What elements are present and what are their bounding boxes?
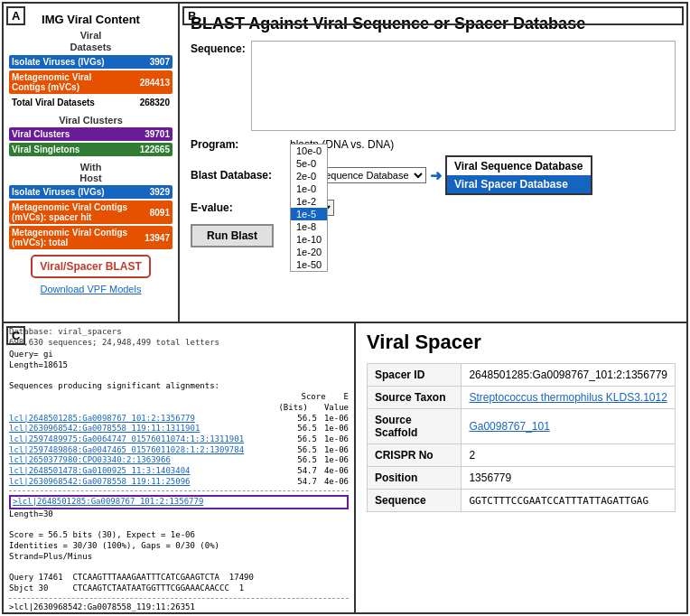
source-scaffold-link[interactable]: Ga0098767_101 — [469, 420, 549, 433]
query-label: Query= gi — [9, 350, 349, 360]
spacer-id-row: Spacer ID 2648501285:Ga0098767_101:2:135… — [368, 364, 676, 387]
run-blast-button[interactable]: Run Blast — [191, 224, 274, 247]
evalue-opt-1e20[interactable]: 1e-20 — [291, 246, 327, 258]
hit-score-2: 56.5 — [297, 424, 317, 434]
hit-evalue-5: 1e-06 — [324, 455, 349, 466]
hit-id-5[interactable]: lcl|2650377980:CPO03340:2:1363966 — [9, 455, 171, 466]
total-value: 268320 — [140, 98, 170, 107]
divider-2 — [9, 598, 349, 599]
highlighted-hit: >lcl|2648501285:Ga0098767_101:2:1356779 — [9, 495, 349, 509]
evalue-opt-2e0[interactable]: 2e-0 — [291, 170, 327, 182]
db-line: Database: viral_spacers — [9, 327, 122, 336]
hit-id-1[interactable]: lcl|2648501285:Ga0098767_101:2:1356779 — [9, 414, 195, 425]
db-dropdown: Viral Sequence Database Viral Spacer Dat… — [445, 155, 592, 195]
hit-row-5: lcl|2650377980:CPO03340:2:1363966 56.5 1… — [9, 455, 349, 466]
hit-evalue-7: 4e-06 — [324, 477, 349, 488]
hit-length: Length=30 — [9, 509, 349, 520]
panel-a: A IMG Viral Content ViralDatasets Isolat… — [4, 4, 180, 322]
download-vpf-link[interactable]: Download VPF Models — [9, 284, 172, 294]
viral-spacer-title: Viral Spacer — [367, 331, 676, 354]
viral-clusters-row: Viral Clusters 39701 — [9, 127, 172, 141]
blast-db-label: Blast Database: — [191, 169, 290, 182]
evalue-col-label: E — [344, 392, 349, 403]
hit-score-1: 56.5 — [297, 414, 317, 425]
score-detail: Score = 56.5 bits (30), Expect = 1e-06 — [9, 530, 349, 541]
sequence-area: Sequence: — [191, 41, 676, 131]
panel-a-label: A — [6, 6, 25, 25]
panel-a-title: IMG Viral Content — [9, 13, 172, 26]
hit-score-7: 54.7 — [297, 477, 317, 488]
mvc-total-label: Metagenomic Viral Contigs(mVCs): total — [12, 228, 127, 247]
hit-id-3[interactable]: lcl|2597489975:Ga0064747_01576011074:1:3… — [9, 434, 244, 445]
position-row: Position 1356779 — [368, 467, 676, 490]
db-dropdown-option-1[interactable]: Viral Sequence Database — [447, 157, 591, 175]
hit-id-6[interactable]: lcl|2648501478:Ga0100925_11:3:1403404 — [9, 466, 190, 477]
sig-aligns-label: Sequences producing significant alignmen… — [9, 381, 349, 392]
mvc-spacer-row: Metagenomic Viral Contigs(mVCs): spacer … — [9, 201, 172, 224]
bits-header: (Bits) Value — [9, 403, 349, 414]
hit-evalue-2: 1e-06 — [324, 424, 349, 434]
source-scaffold-label: Source Scaffold — [368, 409, 462, 444]
viral-clusters-value: 39701 — [145, 129, 170, 139]
score-col-label: Score — [301, 392, 325, 403]
viral-singletons-value: 122665 — [140, 145, 170, 154]
db-arrow-icon: ➜ — [430, 167, 442, 184]
hit-score-6: 54.7 — [297, 466, 317, 477]
db-header-line: Database: viral_spacers 698,630 sequence… — [9, 327, 349, 348]
strand: Strand=Plus/Minus — [9, 552, 349, 563]
hit-id-7[interactable]: lcl|2630968542:Ga0078558_119:11:25096 — [9, 477, 190, 488]
source-scaffold-row: Source Scaffold Ga0098767_101 — [368, 409, 676, 444]
mvc-spacer-value: 8091 — [150, 208, 170, 218]
sbjct-end: 1 — [239, 583, 244, 593]
db-dropdown-option-2[interactable]: Viral Spacer Database — [447, 175, 591, 193]
evalue-opt-1e0[interactable]: 1e-0 — [291, 182, 327, 195]
hit-row-4: lcl|2597489868:Ga0047465_01576011028:1:2… — [9, 445, 349, 456]
evalue-opt-1e2[interactable]: 1e-2 — [291, 195, 327, 208]
bits-col-label: (Bits) — [278, 403, 308, 414]
highlighted-hit-id[interactable]: >lcl|2648501285:Ga0098767_101:2:1356779 — [13, 497, 203, 506]
hit-evalue-4: 1e-06 — [324, 445, 349, 456]
metagenomic-contigs-row: Metagenomic ViralContigs (mVCs) 284413 — [9, 70, 172, 94]
crispr-no-label: CRISPR No — [368, 444, 462, 467]
evalue-label: E-value: — [191, 201, 290, 214]
query-alignment: Query 17461 CTCAAGTTTAAAGAATTTCATCGAAGTC… — [9, 573, 349, 583]
hit-evalue-6: 4e-06 — [324, 466, 349, 477]
evalue-opt-1e5[interactable]: 1e-5 — [291, 208, 327, 220]
hit-id-4[interactable]: lcl|2597489868:Ga0047465_01576011028:1:2… — [9, 445, 244, 456]
sequence-input[interactable] — [251, 41, 676, 131]
hit-row-2: lcl|2630968542:Ga0078558_119:11:1311901 … — [9, 424, 349, 434]
ivg-host-label: Isolate Viruses (IVGs) — [12, 187, 105, 197]
blast-db-row: Blast Database: Viral Sequence Database … — [191, 155, 676, 195]
sequence-label: Sequence — [368, 490, 462, 512]
mvc-total-row: Metagenomic Viral Contigs(mVCs): total 1… — [9, 226, 172, 249]
program-label: Program: — [191, 138, 290, 151]
evalue-opt-10e0[interactable]: 10e-0 — [291, 145, 327, 157]
sequence-label: Sequence: — [191, 42, 246, 55]
evalue-row: E-value: 1e-5 10e-0 5e-0 2e-0 1e-0 1e-2 … — [191, 200, 676, 216]
hit-row-6: lcl|2648501478:Ga0100925_11:3:1403404 54… — [9, 466, 349, 477]
crispr-no-row: CRISPR No 2 — [368, 444, 676, 467]
source-taxon-row: Source Taxon Streptococcus thermophilus … — [368, 387, 676, 409]
evalue-wrapper: 1e-5 10e-0 5e-0 2e-0 1e-0 1e-2 1e-5 1e-8… — [290, 200, 334, 216]
spacer-id-label: Spacer ID — [368, 364, 462, 387]
sbjct-seq: CTCAAGTCTAATAATGGTTTCGGAAACAACCC — [72, 583, 228, 593]
source-taxon-link[interactable]: Streptococcus thermophilus KLDS3.1012 — [469, 391, 667, 404]
evalue-opt-5e0[interactable]: 5e-0 — [291, 157, 327, 170]
hit-row-3: lcl|2597489975:Ga0064747_01576011074:1:3… — [9, 434, 349, 445]
evalue-opt-1e10[interactable]: 1e-10 — [291, 233, 327, 246]
sequence-row: Sequence GGTCTTTCCGAATCCATTTATTAGATTGAG — [368, 490, 676, 512]
metagenomic-contigs-label: Metagenomic ViralContigs (mVCs) — [12, 72, 91, 92]
mvc-total-value: 13947 — [145, 233, 170, 243]
blast-results: Query= gi Length=18615 Sequences produci… — [9, 350, 349, 612]
evalue-opt-1e8[interactable]: 1e-8 — [291, 220, 327, 233]
evalue-opt-1e50[interactable]: 1e-50 — [291, 258, 327, 271]
ivg-host-value: 3929 — [150, 187, 170, 197]
program-row: Program: blastn (DNA vs. DNA) — [191, 138, 676, 151]
viral-singletons-label: Viral Singletons — [12, 145, 79, 154]
score-header: Score E — [9, 392, 349, 403]
viral-spacer-blast-button[interactable]: Viral/Spacer BLAST — [31, 255, 151, 278]
datasets-header: ViralDatasets — [9, 30, 172, 53]
source-taxon-label: Source Taxon — [368, 387, 462, 409]
hit-id-2[interactable]: lcl|2630968542:Ga0078558_119:11:1311901 — [9, 424, 200, 434]
source-taxon-value: Streptococcus thermophilus KLDS3.1012 — [462, 387, 676, 409]
